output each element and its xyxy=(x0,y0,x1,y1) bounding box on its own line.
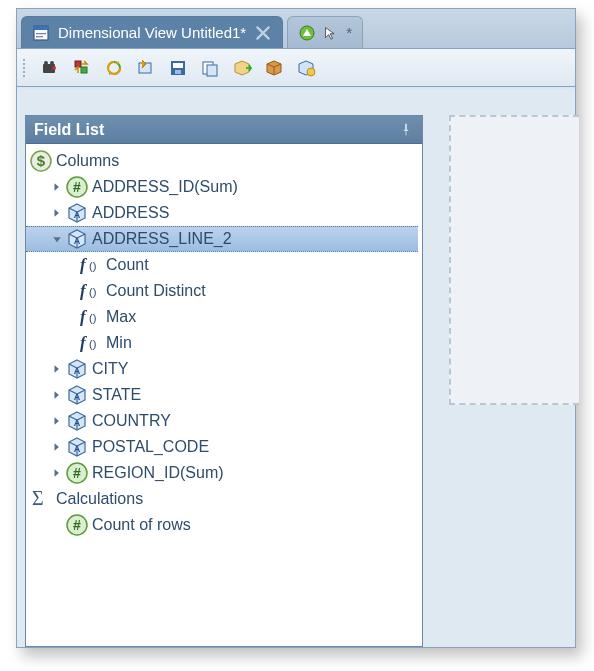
cube-icon xyxy=(66,202,88,224)
field-tree: Columns ADDRESS_ID(Sum) ADDRESS xyxy=(26,148,418,538)
pin-icon[interactable] xyxy=(398,122,414,138)
tree-fn-count[interactable]: Count xyxy=(26,252,418,278)
tree-item-count-of-rows[interactable]: Count of rows xyxy=(26,512,418,538)
tree-label: ADDRESS_ID(Sum) xyxy=(92,174,238,200)
tree-label: Count Distinct xyxy=(106,278,206,304)
tree-fn-max[interactable]: Max xyxy=(26,304,418,330)
tree-label: Max xyxy=(106,304,136,330)
tree-item-city[interactable]: CITY xyxy=(26,356,418,382)
sigma-icon xyxy=(30,488,52,510)
tree-label: COUNTRY xyxy=(92,408,171,434)
toolbar-btn-record[interactable] xyxy=(37,55,63,81)
tab-label: Dimensional View Untitled1* xyxy=(58,24,246,41)
toolbar-btn-export[interactable] xyxy=(229,55,255,81)
panel-body: Columns ADDRESS_ID(Sum) ADDRESS xyxy=(26,144,422,646)
function-icon xyxy=(80,306,102,328)
tree-label: ADDRESS xyxy=(92,200,169,226)
toolbar-btn-refresh[interactable] xyxy=(101,55,127,81)
cube-icon xyxy=(66,436,88,458)
tree-fn-min[interactable]: Min xyxy=(26,330,418,356)
toolbar-btn-import[interactable] xyxy=(133,55,159,81)
expander-icon[interactable] xyxy=(50,206,64,220)
document-icon xyxy=(32,24,50,42)
drop-zone[interactable] xyxy=(449,115,579,405)
wizard-icon xyxy=(298,24,316,42)
app-window: Dimensional View Untitled1* * Field List xyxy=(16,8,576,648)
expander-icon[interactable] xyxy=(50,440,64,454)
tree-item-state[interactable]: STATE xyxy=(26,382,418,408)
cube-icon xyxy=(66,228,88,250)
tab-label: * xyxy=(346,24,352,41)
expander-spacer xyxy=(50,518,64,532)
tree-label: Count xyxy=(106,252,149,278)
field-list-panel: Field List Columns ADDRESS_ID(Sum) xyxy=(25,115,423,647)
tree-label: Min xyxy=(106,330,132,356)
function-icon xyxy=(80,332,102,354)
tree-item-region-id[interactable]: REGION_ID(Sum) xyxy=(26,460,418,486)
tree-item-country[interactable]: COUNTRY xyxy=(26,408,418,434)
toolbar-btn-copy[interactable] xyxy=(197,55,223,81)
expander-icon[interactable] xyxy=(50,362,64,376)
tree-label: CITY xyxy=(92,356,128,382)
hash-icon xyxy=(66,514,88,536)
function-icon xyxy=(80,254,102,276)
tab-dimensional-view[interactable]: Dimensional View Untitled1* xyxy=(21,16,283,48)
tree-label: ADDRESS_LINE_2 xyxy=(92,226,232,252)
cursor-icon xyxy=(324,24,338,42)
expander-icon[interactable] xyxy=(50,414,64,428)
tab-secondary[interactable]: * xyxy=(287,16,363,48)
tree-label: Count of rows xyxy=(92,512,191,538)
cube-icon xyxy=(66,358,88,380)
expander-icon[interactable] xyxy=(50,180,64,194)
toolbar xyxy=(17,49,575,87)
close-icon[interactable] xyxy=(254,24,272,42)
tree-label: Columns xyxy=(56,148,119,174)
function-icon xyxy=(80,280,102,302)
tree-label: STATE xyxy=(92,382,141,408)
tree-item-address-id[interactable]: ADDRESS_ID(Sum) xyxy=(26,174,418,200)
tree-root-calculations[interactable]: Calculations xyxy=(26,486,418,512)
dollar-icon xyxy=(30,150,52,172)
tree-item-postal-code[interactable]: POSTAL_CODE xyxy=(26,434,418,460)
cube-icon xyxy=(66,384,88,406)
toolbar-btn-save[interactable] xyxy=(165,55,191,81)
panel-title: Field List xyxy=(34,121,104,139)
expander-icon[interactable] xyxy=(50,232,64,246)
hash-icon xyxy=(66,462,88,484)
toolbar-grip xyxy=(23,59,29,77)
hash-icon xyxy=(66,176,88,198)
tree-root-columns[interactable]: Columns xyxy=(26,148,418,174)
expander-icon[interactable] xyxy=(50,388,64,402)
toolbar-btn-swap[interactable] xyxy=(69,55,95,81)
tree-fn-count-distinct[interactable]: Count Distinct xyxy=(26,278,418,304)
tree-item-address-line-2[interactable]: ADDRESS_LINE_2 xyxy=(26,226,418,252)
tree-label: POSTAL_CODE xyxy=(92,434,209,460)
tab-bar: Dimensional View Untitled1* * xyxy=(17,9,575,49)
tree-label: REGION_ID(Sum) xyxy=(92,460,224,486)
expander-icon[interactable] xyxy=(50,466,64,480)
workspace: Field List Columns ADDRESS_ID(Sum) xyxy=(17,89,575,647)
toolbar-btn-package[interactable] xyxy=(261,55,287,81)
toolbar-btn-cube-settings[interactable] xyxy=(293,55,319,81)
cube-icon xyxy=(66,410,88,432)
tree-label: Calculations xyxy=(56,486,143,512)
panel-header[interactable]: Field List xyxy=(26,116,422,144)
tree-item-address[interactable]: ADDRESS xyxy=(26,200,418,226)
